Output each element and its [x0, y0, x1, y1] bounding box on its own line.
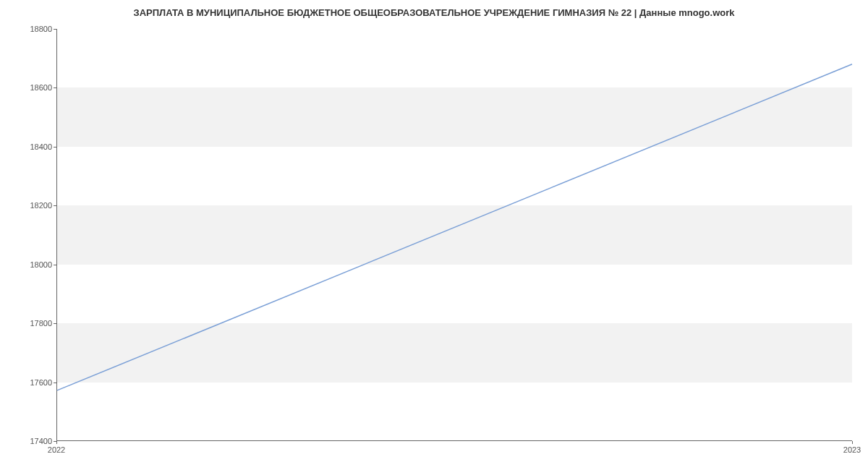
y-tick-label: 18800: [30, 25, 52, 33]
chart-title: ЗАРПЛАТА В МУНИЦИПАЛЬНОЕ БЮДЖЕТНОЕ ОБЩЕО…: [0, 0, 868, 21]
y-tick-label: 18600: [30, 83, 52, 92]
chart-container: ЗАРПЛАТА В МУНИЦИПАЛЬНОЕ БЮДЖЕТНОЕ ОБЩЕО…: [0, 0, 868, 470]
y-tick-mark: [54, 323, 56, 324]
y-tick-label: 17800: [30, 319, 52, 328]
y-tick-mark: [54, 265, 56, 265]
x-tick-label: 2022: [48, 445, 65, 454]
y-tick-mark: [54, 205, 56, 206]
y-tick-label: 18000: [30, 260, 52, 269]
svg-line-0: [57, 64, 852, 390]
x-tick-label: 2023: [843, 445, 861, 454]
y-tick-mark: [54, 147, 56, 148]
y-tick-mark: [54, 87, 56, 88]
y-tick-label: 18400: [30, 142, 52, 151]
y-tick-mark: [54, 383, 56, 383]
chart-line: [57, 29, 852, 440]
x-tick-mark: [56, 441, 57, 444]
plot-area: [56, 29, 852, 441]
x-tick-mark: [852, 441, 853, 444]
y-tick-label: 18200: [30, 201, 52, 210]
y-tick-label: 17600: [30, 378, 52, 387]
y-tick-label: 17400: [30, 437, 52, 445]
y-tick-mark: [54, 29, 56, 30]
